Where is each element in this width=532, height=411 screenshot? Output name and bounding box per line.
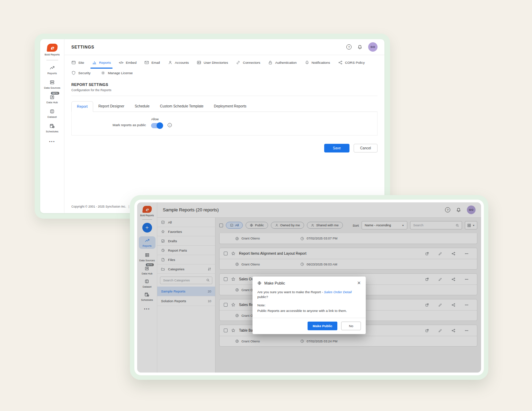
sidebar-item-data-hub[interactable]: BETA Data Hub	[142, 266, 152, 275]
toggle-state-label: Allow	[151, 117, 159, 121]
edit-pencil-icon[interactable]	[438, 252, 442, 256]
open-external-icon[interactable]	[425, 303, 429, 307]
star-icon[interactable]	[231, 303, 236, 307]
subtab-report-designer[interactable]: Report Designer	[93, 101, 130, 112]
filter-chip-shared-with-me[interactable]: Shared with me	[307, 222, 343, 229]
search-icon	[455, 224, 459, 227]
help-icon[interactable]: ?	[445, 207, 450, 212]
report-name-link[interactable]: Sales Order Detail	[324, 290, 352, 294]
star-icon[interactable]	[231, 328, 236, 333]
category-search-input[interactable]	[160, 277, 212, 284]
view-mode-button[interactable]: ▼	[465, 221, 477, 229]
tab-reports[interactable]: Reports	[92, 60, 111, 65]
sort-label: Sort	[353, 224, 359, 227]
subtab-custom-schedule-template[interactable]: Custom Schedule Template	[155, 101, 209, 112]
category-list-sample-reports[interactable]: Sample Reports 20	[157, 287, 215, 296]
sidebar-divider	[46, 60, 58, 60]
tab-accounts[interactable]: Accounts	[168, 60, 189, 65]
sidebar-divider	[142, 219, 152, 220]
open-external-icon[interactable]	[425, 252, 429, 256]
more-actions-icon[interactable]	[464, 277, 469, 281]
sidebar-item-data-sources[interactable]: Data Sources	[44, 80, 60, 89]
star-icon[interactable]	[231, 251, 236, 256]
notifications-bell-icon[interactable]	[456, 208, 461, 212]
info-icon[interactable]: i	[168, 123, 172, 127]
close-icon[interactable]: ✕	[357, 281, 361, 285]
tab-user-directories[interactable]: User Directories	[197, 60, 228, 65]
sidebar-item-reports[interactable]: Reports	[139, 236, 156, 249]
report-title[interactable]: Report Items Alignment and Layout Report	[239, 252, 307, 255]
tab-cors-policy[interactable]: CORS Policy	[338, 60, 365, 65]
tab-notifications[interactable]: Notifications	[305, 60, 330, 65]
category-all[interactable]: All	[157, 218, 215, 227]
envelope-icon	[144, 60, 149, 65]
sidebar-item-dataset[interactable]: Dataset	[143, 279, 151, 288]
tab-email[interactable]: Email	[144, 60, 160, 65]
category-favorites[interactable]: Favorites	[157, 227, 215, 236]
notifications-bell-icon[interactable]	[357, 45, 362, 50]
more-actions-icon[interactable]	[464, 329, 469, 333]
more-actions-icon[interactable]	[464, 252, 469, 256]
more-menu-icon[interactable]: •••	[144, 307, 150, 311]
calendar-clock-icon	[50, 123, 55, 129]
tab-site[interactable]: Site	[71, 60, 84, 65]
category-list-solution-reports[interactable]: Solution Reports 10	[157, 296, 215, 306]
tab-connectors[interactable]: Connectors	[236, 60, 260, 65]
category-files[interactable]: Files	[157, 255, 215, 264]
sidebar-item-dataset[interactable]: Dataset	[47, 109, 57, 119]
filter-chip-public[interactable]: Public	[246, 222, 268, 229]
subtab-schedule[interactable]: Schedule	[130, 101, 155, 112]
category-report-parts[interactable]: Report Parts	[157, 246, 215, 255]
user-avatar[interactable]: GO	[467, 206, 476, 214]
report-search-input[interactable]	[410, 221, 462, 229]
open-external-icon[interactable]	[425, 277, 429, 281]
edit-pencil-icon[interactable]	[438, 329, 442, 333]
mark-public-toggle[interactable]	[151, 123, 162, 128]
save-button[interactable]: Save	[324, 144, 349, 152]
row-checkbox[interactable]	[224, 329, 228, 332]
edit-pencil-icon[interactable]	[438, 277, 442, 281]
filter-chip-owned-by-me[interactable]: Owned by me	[271, 222, 304, 229]
tab-security[interactable]: Security	[71, 71, 90, 75]
make-public-button[interactable]: Make Public	[308, 322, 338, 330]
open-external-icon[interactable]	[425, 329, 429, 333]
subtab-report[interactable]: Report	[71, 101, 93, 112]
setting-label: Mark reports as public	[113, 123, 146, 128]
code-icon: </>	[119, 61, 123, 64]
reports-window: e Bold Reports + Reports Data Sources BE…	[137, 202, 481, 373]
user-avatar[interactable]: GO	[368, 42, 378, 52]
select-all-checkbox[interactable]	[219, 224, 223, 227]
more-actions-icon[interactable]	[464, 303, 469, 307]
tab-embed[interactable]: </>Embed	[119, 60, 136, 65]
category-drafts[interactable]: Drafts	[157, 236, 215, 246]
person-icon	[275, 224, 278, 227]
share-icon[interactable]	[451, 277, 455, 281]
cancel-button[interactable]: Cancel	[354, 144, 378, 152]
settings-tab-bar-2: Security Manage License	[64, 65, 384, 75]
sidebar-item-schedules[interactable]: Schedules	[46, 123, 58, 133]
tab-authentication[interactable]: Authentication	[268, 60, 296, 65]
owner-icon	[235, 339, 239, 343]
edit-pencil-icon[interactable]	[438, 303, 442, 307]
share-icon[interactable]	[451, 303, 455, 307]
sidebar-item-reports[interactable]: Reports	[47, 65, 57, 75]
create-new-button[interactable]: +	[142, 223, 152, 233]
filter-chip-all[interactable]: All	[226, 222, 243, 229]
subtab-deployment-reports[interactable]: Deployment Reports	[209, 101, 252, 112]
star-icon[interactable]	[231, 277, 236, 281]
help-icon[interactable]: ?	[346, 44, 352, 50]
sidebar-item-data-hub[interactable]: BETA Data Hub	[46, 94, 58, 104]
share-icon[interactable]	[451, 329, 455, 333]
sidebar-item-schedules[interactable]: Schedules	[141, 292, 153, 301]
row-checkbox[interactable]	[224, 303, 228, 307]
no-button[interactable]: No	[341, 322, 361, 330]
row-checkbox[interactable]	[224, 277, 228, 281]
more-menu-icon[interactable]: •••	[49, 139, 55, 143]
sort-dropdown[interactable]: Name - Ascending▼	[362, 221, 407, 229]
share-icon[interactable]	[451, 252, 455, 256]
category-categories[interactable]: Categories	[157, 264, 215, 274]
sidebar-item-data-sources[interactable]: Data Sources	[139, 253, 155, 262]
tab-manage-license[interactable]: Manage License	[101, 71, 133, 75]
sort-arrows-icon[interactable]	[207, 267, 211, 271]
row-checkbox[interactable]	[224, 252, 228, 255]
